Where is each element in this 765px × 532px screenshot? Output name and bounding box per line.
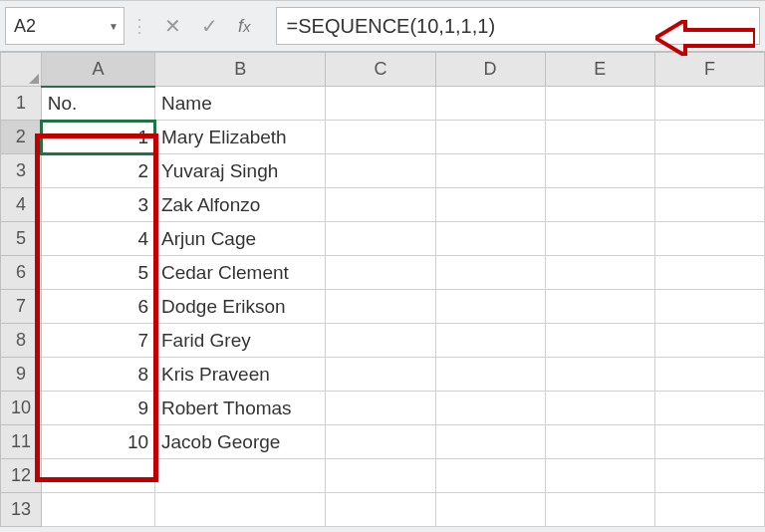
cell-C10[interactable]	[326, 392, 435, 425]
cell-A10[interactable]: 9	[41, 392, 154, 425]
cell-E1[interactable]	[545, 87, 654, 121]
cell-D4[interactable]	[435, 188, 545, 222]
cell-F5[interactable]	[654, 222, 764, 256]
cell-B7[interactable]: Dodge Erikson	[155, 290, 326, 324]
cell-B11[interactable]: Jacob George	[155, 425, 326, 459]
cell-C13[interactable]	[326, 493, 435, 527]
col-header-F[interactable]: F	[654, 53, 764, 87]
cell-E9[interactable]	[545, 358, 654, 392]
cell-A11[interactable]: 10	[41, 425, 154, 459]
cell-F4[interactable]	[654, 188, 764, 222]
row-header[interactable]: 8	[1, 324, 42, 358]
cell-D11[interactable]	[435, 425, 545, 459]
cell-D3[interactable]	[435, 154, 545, 188]
cell-C7[interactable]	[326, 290, 435, 324]
cell-B6[interactable]: Cedar Clement	[155, 256, 326, 290]
cell-A7[interactable]: 6	[41, 290, 154, 324]
cell-F13[interactable]	[654, 493, 764, 527]
cell-C3[interactable]	[326, 154, 435, 188]
cell-F12[interactable]	[654, 459, 764, 493]
cell-A12[interactable]	[41, 459, 154, 493]
cell-D9[interactable]	[435, 358, 545, 392]
cell-E10[interactable]	[545, 392, 654, 425]
cell-E4[interactable]	[545, 188, 654, 222]
cell-E13[interactable]	[545, 493, 654, 527]
cell-C6[interactable]	[326, 256, 435, 290]
cell-F9[interactable]	[654, 358, 764, 392]
cell-D6[interactable]	[435, 256, 545, 290]
enter-icon[interactable]: ✓	[201, 14, 218, 38]
cell-B13[interactable]	[155, 493, 326, 527]
cell-F2[interactable]	[654, 121, 764, 154]
cell-E7[interactable]	[545, 290, 654, 324]
row-header[interactable]: 2	[1, 121, 42, 154]
cell-A9[interactable]: 8	[41, 358, 154, 392]
select-all-corner[interactable]	[1, 53, 42, 87]
col-header-D[interactable]: D	[435, 53, 545, 87]
cell-E8[interactable]	[545, 324, 654, 358]
cell-D8[interactable]	[435, 324, 545, 358]
row-header[interactable]: 6	[1, 256, 42, 290]
row-header[interactable]: 9	[1, 358, 42, 392]
cell-A3[interactable]: 2	[41, 154, 154, 188]
cell-D5[interactable]	[435, 222, 545, 256]
cell-E2[interactable]	[545, 121, 654, 154]
cell-B3[interactable]: Yuvaraj Singh	[155, 154, 326, 188]
cell-A2[interactable]: 1	[41, 121, 154, 154]
cell-A4[interactable]: 3	[41, 188, 154, 222]
cell-C1[interactable]	[326, 87, 435, 121]
cell-A8[interactable]: 7	[41, 324, 154, 358]
row-header[interactable]: 3	[1, 154, 42, 188]
cancel-icon[interactable]: ✕	[164, 14, 181, 38]
cell-E6[interactable]	[545, 256, 654, 290]
cell-A1[interactable]: No.	[41, 87, 154, 121]
cell-B9[interactable]: Kris Praveen	[155, 358, 326, 392]
row-header[interactable]: 4	[1, 188, 42, 222]
cell-F11[interactable]	[654, 425, 764, 459]
row-header[interactable]: 13	[1, 493, 42, 527]
cell-D1[interactable]	[435, 87, 545, 121]
cell-B4[interactable]: Zak Alfonzo	[155, 188, 326, 222]
cell-D12[interactable]	[435, 459, 545, 493]
cell-F10[interactable]	[654, 392, 764, 425]
cell-A13[interactable]	[41, 493, 154, 527]
cell-F1[interactable]	[654, 87, 764, 121]
cell-E11[interactable]	[545, 425, 654, 459]
cell-C5[interactable]	[326, 222, 435, 256]
cell-C12[interactable]	[326, 459, 435, 493]
name-box[interactable]: A2 ▼	[5, 7, 125, 45]
col-header-B[interactable]: B	[155, 53, 326, 87]
cell-C8[interactable]	[326, 324, 435, 358]
cell-C9[interactable]	[326, 358, 435, 392]
cell-F3[interactable]	[654, 154, 764, 188]
cell-F8[interactable]	[654, 324, 764, 358]
cell-F7[interactable]	[654, 290, 764, 324]
cell-E12[interactable]	[545, 459, 654, 493]
cell-D7[interactable]	[435, 290, 545, 324]
cell-B2[interactable]: Mary Elizabeth	[155, 121, 326, 154]
cell-B5[interactable]: Arjun Cage	[155, 222, 326, 256]
cell-B8[interactable]: Farid Grey	[155, 324, 326, 358]
name-box-dropdown-icon[interactable]: ▼	[109, 21, 119, 32]
cell-C2[interactable]	[326, 121, 435, 154]
cell-F6[interactable]	[654, 256, 764, 290]
cell-D13[interactable]	[435, 493, 545, 527]
row-header[interactable]: 10	[1, 392, 42, 425]
cell-B10[interactable]: Robert Thomas	[155, 392, 326, 425]
cell-E5[interactable]	[545, 222, 654, 256]
cell-B1[interactable]: Name	[155, 87, 326, 121]
col-header-C[interactable]: C	[326, 53, 435, 87]
cell-A6[interactable]: 5	[41, 256, 154, 290]
cell-B12[interactable]	[155, 459, 326, 493]
row-header[interactable]: 12	[1, 459, 42, 493]
row-header[interactable]: 7	[1, 290, 42, 324]
cell-A5[interactable]: 4	[41, 222, 154, 256]
cell-E3[interactable]	[545, 154, 654, 188]
row-header[interactable]: 11	[1, 425, 42, 459]
cell-C11[interactable]	[326, 425, 435, 459]
cell-D10[interactable]	[435, 392, 545, 425]
cell-C4[interactable]	[326, 188, 435, 222]
cell-D2[interactable]	[435, 121, 545, 154]
spreadsheet-grid[interactable]: A B C D E F 1No.Name21Mary Elizabeth32Yu…	[0, 52, 765, 527]
col-header-A[interactable]: A	[41, 53, 154, 87]
